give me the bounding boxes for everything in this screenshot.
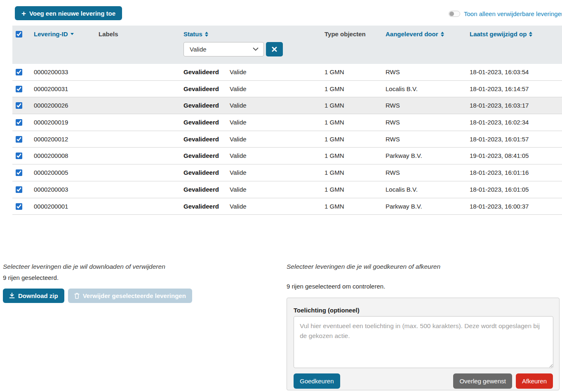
row-checkbox[interactable] [16,169,22,176]
levering-id-cell: 0000200026 [34,97,68,114]
modified-cell: 18-01-2023, 16:03:17 [470,97,529,114]
column-header-type-objecten: Type objecten [325,31,366,38]
column-header-laatst-gewijzigd-op[interactable]: Laatst gewijzigd op [470,31,532,38]
supplier-cell: RWS [386,97,400,114]
status-cell: Gevalideerd [183,131,219,148]
levering-id-cell: 0000200031 [34,81,68,98]
levering-id-cell: 0000200003 [34,181,68,198]
levering-id-cell: 0000200033 [34,64,68,81]
supplier-cell: Parkway B.V. [386,148,422,164]
row-checkbox[interactable] [16,186,22,193]
toggle-knob-icon [449,12,454,16]
approve-button[interactable]: Goedkeuren [294,373,340,389]
row-checkbox[interactable] [16,119,22,126]
leveringen-page: + Voeg een nieuwe levering toe Toon alle… [0,0,562,392]
row-checkbox[interactable] [16,102,22,109]
modified-cell: 18-01-2023, 16:02:34 [470,114,529,131]
validity-cell: Valide [230,148,247,164]
add-delivery-button[interactable]: + Voeg een nieuwe levering toe [15,6,122,20]
validity-cell: Valide [230,164,247,181]
validity-cell: Valide [230,81,247,98]
table-row[interactable]: 0000200012 Gevalideerd Valide 1 GMN RWS … [12,131,562,148]
table-row[interactable]: 0000200003 Gevalideerd Valide 1 GMN Loca… [12,181,562,198]
download-zip-label: Download zip [18,292,58,299]
status-filter-select[interactable]: Valide [183,42,264,56]
levering-id-cell: 0000200012 [34,131,68,148]
toelichting-panel: Toelichting (optioneel) Goedkeuren Overl… [287,298,560,390]
row-checkbox[interactable] [16,203,22,210]
download-selection-count: 9 rijen geselecteerd. [3,274,271,281]
add-delivery-label: Voeg een nieuwe levering toe [29,10,115,17]
table-row[interactable]: 0000200019 Gevalideerd Valide 1 GMN RWS … [12,114,562,131]
validity-cell: Valide [230,181,247,198]
type-cell: 1 GMN [325,198,344,215]
modified-cell: 18-01-2023, 16:01:05 [470,181,529,198]
review-section-heading: Selecteer leveringen die je wil goedkeur… [287,263,440,270]
select-all-checkbox[interactable] [16,31,22,38]
column-header-levering-id[interactable]: Levering-ID [34,31,74,38]
supplier-cell: RWS [386,131,400,148]
toelichting-textarea[interactable] [294,316,553,368]
discuss-button[interactable]: Overleg gewenst [453,373,512,389]
type-cell: 1 GMN [325,97,344,114]
deliveries-table: Levering-ID Labels Status Type objecten … [12,26,562,215]
validity-cell: Valide [230,198,247,215]
supplier-cell: Localis B.V. [386,181,418,198]
column-header-labels: Labels [99,31,118,38]
table-body: 0000200033 Gevalideerd Valide 1 GMN RWS … [12,64,562,215]
show-removable-toggle[interactable] [449,11,460,17]
sort-desc-icon [71,33,74,35]
row-checkbox[interactable] [16,69,22,75]
row-checkbox[interactable] [16,86,22,92]
row-checkbox[interactable] [16,136,22,143]
type-cell: 1 GMN [325,164,344,181]
clear-status-filter-button[interactable] [266,42,283,56]
close-icon [272,47,277,52]
supplier-cell: RWS [386,114,400,131]
modified-cell: 18-01-2023, 16:14:57 [470,81,529,98]
table-row[interactable]: 0000200001 Gevalideerd Valide 1 GMN Park… [12,198,562,215]
modified-cell: 18-01-2023, 16:00:37 [470,198,529,215]
type-cell: 1 GMN [325,131,344,148]
supplier-cell: RWS [386,64,400,81]
validity-cell: Valide [230,114,247,131]
download-section-heading: Selecteer leveringen die je wil download… [3,263,271,270]
sort-both-icon [441,32,444,37]
supplier-cell: Parkway B.V. [386,198,422,215]
status-filter-value: Valide [190,46,253,53]
chevron-down-icon [253,47,259,51]
approve-label: Goedkeuren [300,378,334,385]
table-row[interactable]: 0000200031 Gevalideerd Valide 1 GMN Loca… [12,81,562,98]
delete-selected-button[interactable]: Verwijder geselecteerde leveringen [68,289,192,303]
modified-cell: 19-01-2023, 08:41:05 [470,148,529,164]
column-header-aangeleverd-door[interactable]: Aangeleverd door [386,31,444,38]
toelichting-label: Toelichting (optioneel) [294,307,360,314]
modified-cell: 18-01-2023, 16:03:54 [470,64,529,81]
levering-id-cell: 0000200005 [34,164,68,181]
table-row[interactable]: 0000200033 Gevalideerd Valide 1 GMN RWS … [12,64,562,81]
download-zip-button[interactable]: Download zip [3,289,64,303]
row-checkbox[interactable] [16,153,22,159]
levering-id-cell: 0000200019 [34,114,68,131]
column-header-status[interactable]: Status [183,31,208,38]
status-cell: Gevalideerd [183,148,219,164]
supplier-cell: Localis B.V. [386,81,418,98]
sort-both-icon [205,32,208,37]
table-row[interactable]: 0000200026 Gevalideerd Valide 1 GMN RWS … [12,97,562,114]
status-cell: Gevalideerd [183,97,219,114]
download-icon [9,293,15,299]
reject-button[interactable]: Afkeuren [516,373,553,389]
levering-id-cell: 0000200008 [34,148,68,164]
levering-id-cell: 0000200001 [34,198,68,215]
modified-cell: 18-01-2023, 16:01:57 [470,131,529,148]
download-section: Selecteer leveringen die je wil download… [3,263,271,281]
validity-cell: Valide [230,131,247,148]
type-cell: 1 GMN [325,81,344,98]
table-row[interactable]: 0000200005 Gevalideerd Valide 1 GMN RWS … [12,164,562,181]
status-cell: Gevalideerd [183,64,219,81]
delete-selected-label: Verwijder geselecteerde leveringen [83,292,186,299]
table-row[interactable]: 0000200008 Gevalideerd Valide 1 GMN Park… [12,148,562,164]
show-removable-toggle-group: Toon alleen verwijderbare leveringen [449,10,562,17]
review-selection-count: 9 rijen geselecteerd om controleren. [287,283,385,290]
toggle-label[interactable]: Toon alleen verwijderbare leveringen [464,10,562,17]
